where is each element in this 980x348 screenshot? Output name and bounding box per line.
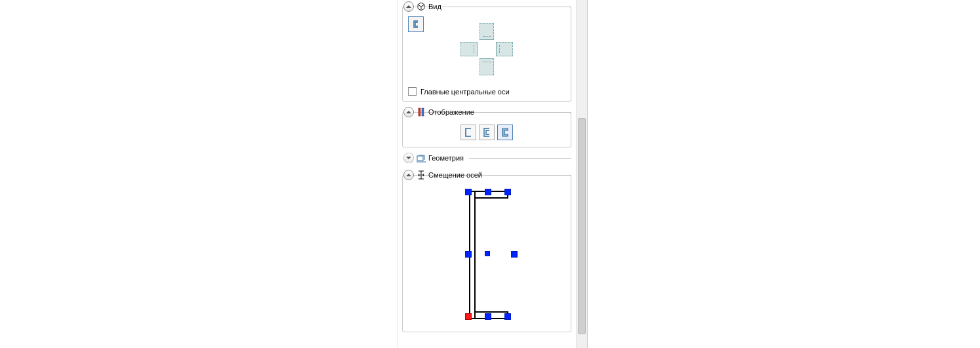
view-direction-picker [408,16,565,82]
principal-axes-label: Главные центральные оси [420,88,510,96]
c-section-icon [411,20,420,29]
offset-marker-middle-right[interactable] [511,251,518,258]
offset-marker-bottom-right[interactable] [504,313,511,320]
section-axis-offset: Смещение осей [402,168,571,332]
svg-rect-2 [417,156,423,161]
collapse-toggle-offset[interactable] [403,170,414,180]
view-front-button[interactable] [408,16,424,32]
properties-panel: Вид Главные центральные оси [398,0,588,348]
axis-offset-icon [417,170,426,180]
section-geometry: Геометрия [402,151,571,164]
offset-marker-middle-center[interactable] [485,251,490,256]
display-mode-icon [417,107,426,117]
chevron-up-icon [406,111,411,113]
view-bottom-button[interactable] [480,58,494,75]
chevron-down-icon [406,157,411,159]
offset-marker-top-right[interactable] [504,189,511,195]
collapse-toggle-display[interactable] [403,107,414,117]
offset-marker-top-left[interactable] [465,189,472,195]
display-mode-solid[interactable] [497,125,513,140]
section-view: Вид Главные центральные оси [402,0,571,102]
offset-marker-top-center[interactable] [485,189,491,195]
principal-axes-checkbox[interactable] [408,87,417,96]
display-mode-outline[interactable] [479,125,495,140]
svg-rect-0 [419,108,420,116]
offset-marker-bottom-center[interactable] [485,313,491,320]
offset-marker-bottom-left[interactable] [465,313,472,320]
chevron-up-icon [406,174,411,176]
scrollbar-thumb[interactable] [578,118,586,334]
expand-toggle-geometry[interactable] [403,153,414,163]
view-top-button[interactable] [480,23,494,40]
collapse-toggle-view[interactable] [403,1,414,12]
section-title-offset: Смещение осей [428,171,482,179]
geometry-icon [417,153,426,163]
svg-rect-1 [422,108,424,116]
section-title-display: Отображение [428,108,474,116]
section-title-view: Вид [428,3,441,10]
chevron-up-icon [406,5,411,8]
section-title-geometry: Геометрия [428,154,464,162]
view-right-button[interactable] [496,42,513,56]
section-display: Отображение [402,106,571,147]
cube-icon [417,2,426,11]
offset-marker-middle-left[interactable] [465,251,472,258]
display-mode-wireframe[interactable] [460,125,476,140]
vertical-scrollbar[interactable] [576,0,587,348]
view-left-button[interactable] [460,42,478,56]
axis-offset-diagram [408,185,565,326]
